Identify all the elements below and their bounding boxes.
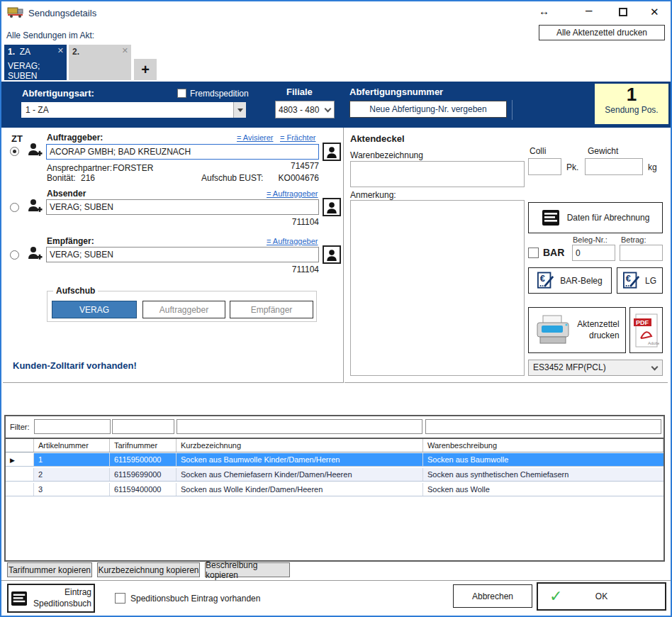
copy-tarifnummer-button[interactable]: Tarifnummer kopieren — [7, 562, 92, 577]
absender-label: Absender — [47, 189, 86, 199]
betrag-input[interactable] — [620, 245, 663, 261]
window-title: Sendungsdetails — [28, 8, 96, 18]
filiale-select[interactable]: 4803 - 480 — [275, 101, 335, 118]
lg-label: LG — [645, 276, 656, 286]
empfaenger-kundennummer: 711104 — [248, 265, 319, 274]
empfaenger-auftraggeber-link[interactable]: = Auftraggeber — [267, 237, 318, 245]
filter-tarifnummer-input[interactable] — [112, 419, 174, 434]
pdf-button[interactable]: PDF Adobe — [629, 307, 663, 353]
table-row[interactable]: 3 61159400000 Socken aus Wolle Kinder/Da… — [6, 483, 663, 496]
eintrag-speditionsbuch-button[interactable]: Eintrag Speditionsbuch — [7, 584, 95, 613]
close-button[interactable]: ✕ — [650, 6, 659, 17]
add-contact-icon[interactable] — [27, 198, 43, 216]
empfaenger-input[interactable] — [46, 247, 319, 262]
colli-input[interactable] — [528, 158, 561, 175]
fraechter-link[interactable]: = Frächter — [280, 133, 315, 142]
absender-radio[interactable] — [10, 203, 19, 212]
column-header-tarifnummer[interactable]: Tarifnummer — [110, 439, 177, 452]
empfaenger-contact-button[interactable] — [323, 245, 341, 264]
cell-tarifnummer: 61159500000 — [110, 453, 177, 466]
speditionsbuch-vorhanden-label: Speditionsbuch Eintrag vorhanden — [130, 594, 260, 604]
aktendeckel-title: Aktendeckel — [350, 133, 405, 144]
auftraggeber-kundennummer: 714577 — [248, 161, 319, 171]
add-tab-button[interactable]: + — [134, 59, 157, 80]
bar-beleg-button[interactable]: € BAR-Beleg — [528, 267, 612, 294]
abfertigungsart-value: 1 - ZA — [26, 105, 49, 115]
filter-artikelnummer-input[interactable] — [34, 419, 111, 434]
avisierer-link[interactable]: = Avisierer — [237, 133, 273, 142]
auftraggeber-contact-button[interactable] — [323, 143, 341, 161]
absender-contact-button[interactable] — [323, 198, 341, 216]
fremdspedition-checkbox[interactable] — [177, 89, 186, 98]
minimize-button[interactable]: – — [586, 4, 592, 16]
tab1-close-icon[interactable]: ✕ — [57, 46, 64, 55]
aufschub-group: Aufschub VERAG Auftraggeber Empfänger — [47, 291, 317, 322]
filter-kurzbezeichnung-input[interactable] — [177, 419, 422, 434]
cancel-button[interactable]: Abbrechen — [453, 584, 532, 608]
anmerkung-label: Anmerkung: — [350, 190, 396, 200]
table-row[interactable]: 2 61159699000 Socken aus Chemiefasern Ki… — [6, 468, 663, 482]
aufschub-verag-button[interactable]: VERAG — [52, 301, 137, 318]
filter-label: Filter: — [10, 423, 30, 431]
shipment-tab-1[interactable]: 1. ZA ✕ VERAG; SUBEN — [4, 45, 67, 80]
table-row[interactable]: ▶ 1 61159500000 Socken aus Baumwolle Kin… — [6, 453, 663, 467]
new-abfertigung-nr-button[interactable]: Neue Abfertigung-Nr. vergeben — [349, 101, 507, 118]
bonitaet-value: 216 — [81, 173, 95, 183]
column-header-kurzbezeichnung[interactable]: Kurzbezeichnung — [177, 439, 423, 452]
footer-divider — [1, 580, 671, 581]
empfaenger-radio[interactable] — [10, 250, 19, 260]
printer-select[interactable]: ES3452 MFP(PCL) — [528, 360, 663, 376]
add-contact-icon[interactable] — [27, 142, 43, 160]
speditionsbuch-label-line2: Speditionsbuch — [33, 599, 91, 608]
aufschub-auftraggeber-button[interactable]: Auftraggeber — [142, 301, 225, 318]
bonitaet-label: Bonität: — [47, 173, 76, 183]
maximize-button[interactable] — [619, 8, 627, 16]
auftraggeber-label: Auftraggeber: — [47, 133, 103, 143]
cell-artikelnummer: 2 — [34, 468, 110, 481]
copy-beschreibung-button[interactable]: Beschreibung kopieren — [205, 562, 290, 577]
cell-warenbeschreibung: Socken aus Baumwolle — [423, 453, 663, 466]
bar-label: BAR — [543, 247, 564, 258]
auftraggeber-radio[interactable] — [10, 147, 19, 156]
euro-receipt-icon: € — [537, 271, 554, 290]
gewicht-input[interactable] — [585, 158, 643, 175]
lg-button[interactable]: € LG — [617, 267, 663, 294]
print-all-aktenzettel-button[interactable]: Alle Aktenzettel drucken — [539, 25, 665, 40]
aktenzettel-drucken-button[interactable]: Aktenzettel drucken — [528, 307, 626, 353]
absender-kundennummer: 711104 — [248, 217, 319, 227]
ok-button[interactable]: ✓ OK — [537, 582, 666, 611]
copy-kurzbezeichnung-button[interactable]: Kurzbezeichnung kopieren — [97, 562, 200, 577]
warenbezeichnung-input[interactable] — [350, 161, 525, 187]
resize-icon[interactable]: ↔ — [539, 6, 549, 16]
person-icon — [326, 146, 337, 158]
empfaenger-label: Empfänger: — [47, 236, 94, 246]
abfertigungsart-select[interactable]: 1 - ZA — [21, 102, 246, 118]
speditionsbuch-label-line1: Eintrag — [65, 587, 91, 597]
anmerkung-textarea[interactable] — [350, 200, 525, 376]
dropdown-arrow-icon[interactable] — [233, 102, 246, 118]
printer-select-value: ES3452 MFP(PCL) — [533, 362, 606, 372]
daten-abrechnung-button[interactable]: Daten für Abrechnung — [528, 202, 663, 233]
absender-input[interactable] — [46, 199, 319, 215]
kunden-zolltarif-notice: Kunden-Zolltarif vorhanden! — [13, 360, 137, 371]
auftraggeber-input[interactable] — [46, 144, 319, 160]
column-header-warenbeschreibung[interactable]: Warenbeschreibung — [423, 439, 663, 452]
kg-label: kg — [648, 162, 657, 172]
column-header-artikelnummer[interactable]: Artikelnummer — [34, 439, 110, 452]
aufschub-empfaenger-button[interactable]: Empfänger — [230, 301, 313, 318]
beleg-nr-input[interactable] — [572, 245, 615, 261]
tab1-line2: VERAG; — [8, 61, 63, 71]
filter-warenbeschreibung-input[interactable] — [425, 419, 661, 434]
bar-checkbox[interactable] — [528, 248, 539, 258]
shipment-tab-2[interactable]: 2. ✕ — [69, 45, 131, 80]
svg-text:€: € — [540, 273, 545, 284]
bar-beleg-label: BAR-Beleg — [560, 276, 602, 286]
betrag-label: Betrag: — [621, 235, 646, 244]
speditionsbuch-vorhanden-checkbox[interactable] — [115, 593, 125, 604]
absender-auftraggeber-link[interactable]: = Auftraggeber — [267, 189, 318, 198]
add-contact-icon[interactable] — [27, 245, 43, 263]
zt-label: ZT — [11, 133, 23, 144]
row-selector-cell — [6, 468, 34, 481]
tab2-close-icon[interactable]: ✕ — [122, 46, 128, 55]
cell-artikelnummer: 1 — [34, 453, 110, 466]
